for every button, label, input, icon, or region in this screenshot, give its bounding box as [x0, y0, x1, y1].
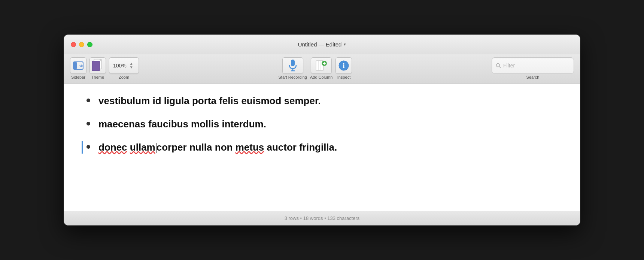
- bullet-dot: [86, 99, 90, 102]
- svg-line-18: [499, 67, 501, 68]
- text-cursor: [156, 143, 157, 153]
- list-item-active[interactable]: donec ullamcorper nulla non metus auctor…: [82, 141, 558, 154]
- status-text: 3 rows • 18 words • 133 characters: [285, 215, 360, 221]
- close-button[interactable]: [71, 42, 76, 47]
- spell-error-donec: donec: [98, 142, 127, 153]
- add-column-button[interactable]: Add Column: [310, 57, 333, 79]
- theme-svg-icon: [92, 59, 103, 72]
- list-item: vestibulum id ligula porta felis euismod…: [86, 95, 558, 108]
- zoom-select[interactable]: 100% ▲ ▼: [109, 57, 139, 74]
- inspect-button-icon[interactable]: i: [335, 57, 352, 74]
- zoom-stepper-icon[interactable]: ▲ ▼: [130, 62, 133, 69]
- add-column-label: Add Column: [310, 75, 333, 79]
- window-title-text: Untitled — Edited: [298, 41, 342, 48]
- bullet-dot: [86, 145, 90, 149]
- sidebar-button[interactable]: ◁▷ Sidebar: [70, 57, 86, 79]
- add-column-icon[interactable]: [311, 57, 332, 74]
- list-item-text: maecenas faucibus mollis interdum.: [98, 118, 266, 131]
- status-bar: 3 rows • 18 words • 133 characters: [64, 211, 580, 225]
- titlebar: Untitled — Edited ▾: [64, 35, 580, 54]
- search-container: Filter Search: [492, 57, 574, 79]
- maximize-button[interactable]: [87, 42, 92, 47]
- svg-rect-1: [73, 62, 77, 69]
- theme-button[interactable]: Theme: [89, 57, 106, 79]
- bullet-list: vestibulum id ligula porta felis euismod…: [64, 84, 580, 175]
- add-column-svg-icon: [316, 60, 327, 71]
- inspect-svg-icon: i: [338, 60, 349, 71]
- sidebar-svg-icon: ◁▷: [73, 61, 83, 70]
- sidebar-label: Sidebar: [71, 75, 85, 79]
- search-icon: [496, 63, 501, 68]
- window-title: Untitled — Edited ▾: [298, 41, 346, 48]
- search-placeholder-text: Filter: [503, 63, 515, 69]
- search-label: Search: [526, 75, 540, 79]
- svg-rect-5: [92, 61, 100, 71]
- toolbar-left-group: ◁▷ Sidebar Theme: [70, 57, 139, 79]
- svg-text:i: i: [343, 62, 345, 69]
- inspect-button[interactable]: i Inspect: [335, 57, 352, 79]
- spell-error-ullam: ullam: [130, 142, 155, 153]
- app-window: Untitled — Edited ▾ ◁▷ Sidebar: [64, 34, 580, 226]
- content-area[interactable]: vestibulum id ligula porta felis euismod…: [64, 84, 580, 211]
- title-chevron-icon[interactable]: ▾: [344, 42, 346, 47]
- spell-error-metus: metus: [236, 142, 264, 153]
- list-item-text: donec ullamcorper nulla non metus auctor…: [98, 141, 337, 154]
- sidebar-button-icon[interactable]: ◁▷: [70, 57, 86, 74]
- start-recording-icon[interactable]: [282, 57, 303, 74]
- list-item: maecenas faucibus mollis interdum.: [86, 118, 558, 131]
- svg-rect-6: [291, 60, 295, 66]
- svg-text:◁▷: ◁▷: [79, 64, 83, 67]
- minimize-button[interactable]: [79, 42, 84, 47]
- microphone-svg-icon: [288, 60, 297, 72]
- theme-button-icon[interactable]: [89, 57, 106, 74]
- start-recording-label: Start Recording: [279, 75, 307, 79]
- toolbar-center-group: Start Recording: [139, 57, 492, 79]
- theme-label: Theme: [91, 75, 104, 79]
- start-recording-button[interactable]: Start Recording: [279, 57, 307, 79]
- search-field[interactable]: Filter: [492, 57, 574, 74]
- bullet-dot: [86, 122, 90, 126]
- zoom-label: Zoom: [119, 75, 129, 79]
- zoom-control[interactable]: 100% ▲ ▼ Zoom: [109, 57, 139, 79]
- toolbar: ◁▷ Sidebar Theme: [64, 54, 580, 84]
- toolbar-right-group: Filter Search: [492, 57, 574, 79]
- list-item-text: vestibulum id ligula porta felis euismod…: [98, 95, 321, 108]
- zoom-value: 100%: [113, 63, 127, 69]
- traffic-lights: [71, 42, 92, 47]
- inspect-label: Inspect: [337, 75, 350, 79]
